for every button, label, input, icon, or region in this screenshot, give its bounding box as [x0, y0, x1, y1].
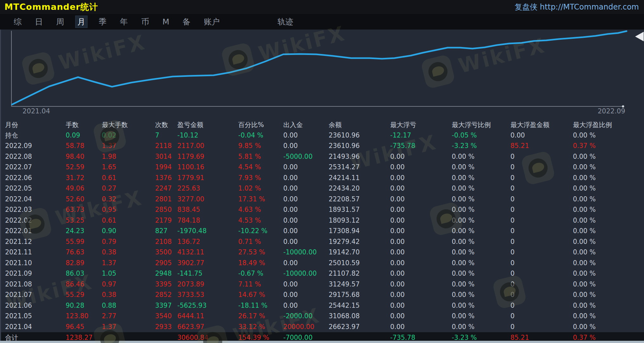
table-cell: 58.78 — [66, 142, 102, 150]
table-cell: 5.81 % — [238, 153, 283, 160]
table-row[interactable]: 2022.0549.060.272247225.631.02 %0.002243… — [1, 183, 644, 194]
table-cell: 3014 — [155, 153, 177, 160]
table-cell: 2021.06 — [5, 302, 66, 309]
table-cell: 2179 — [155, 217, 177, 224]
table-cell: 2118 — [155, 142, 177, 150]
tab-周[interactable]: 周 — [54, 16, 66, 28]
table-cell: 3277.00 — [177, 195, 238, 203]
table-cell: 4.63 % — [238, 206, 283, 213]
table-cell: 2021.05 — [5, 312, 66, 320]
total-row[interactable]: 合计1238.2730600.84154.39 %-7000.00-735.78… — [1, 332, 644, 341]
column-header-6: 百分比% — [238, 120, 283, 129]
tab-备[interactable]: 备 — [181, 16, 193, 28]
table-row[interactable]: 2021.1255.990.792108136.720.71 %0.001927… — [1, 236, 644, 247]
tab-日[interactable]: 日 — [33, 16, 45, 28]
table-cell: 1.05 — [102, 270, 155, 277]
table-cell: 0.00 — [390, 270, 452, 277]
title-bar: MTCommander统计 复盘侠 http://MTCommander.com — [0, 0, 644, 14]
table-row[interactable]: 2021.1176.630.3835004132.1127.53 %-10000… — [1, 247, 644, 258]
table-cell: 0.00 — [390, 217, 452, 224]
table-cell: 0.00 % — [573, 302, 644, 309]
table-cell: 2022.01 — [5, 227, 66, 235]
table-row[interactable]: 2022.0898.401.9830141179.695.81 %-5000.0… — [1, 151, 644, 162]
table-cell: -5625.93 — [177, 302, 238, 309]
tab-M[interactable]: M — [160, 16, 172, 27]
table-cell: 0.61 — [102, 174, 155, 182]
table-cell: 24214.11 — [329, 174, 390, 182]
table-cell: 1.37 — [102, 259, 155, 267]
table-cell: 0.00 % — [573, 291, 644, 299]
table-cell: -2000.00 — [283, 312, 329, 320]
table-cell: -0.67 % — [238, 270, 283, 277]
x-axis-label-end: 2022.09 — [598, 107, 625, 115]
table-cell: 0.00 % — [452, 185, 510, 192]
table-cell: -10000.00 — [283, 248, 329, 256]
table-cell: 86.46 — [66, 280, 102, 288]
table-cell: 0.00 — [283, 302, 329, 309]
tab-账户[interactable]: 账户 — [202, 16, 222, 28]
table-cell: 2022.05 — [5, 185, 66, 192]
table-cell: 2022.06 — [5, 174, 66, 182]
table-cell: 2247 — [155, 185, 177, 192]
table-cell: 0 — [510, 312, 573, 320]
table-cell: -7000.00 — [283, 334, 329, 341]
table-cell: 1100.16 — [177, 163, 238, 171]
table-cell: 0.00 % — [573, 206, 644, 213]
tab-年[interactable]: 年 — [118, 16, 130, 28]
table-row[interactable]: 持仓0.090.027-10.12-0.04 %0.0023610.96-12.… — [1, 130, 644, 141]
brand-link[interactable]: 复盘侠 http://MTCommander.com — [515, 2, 639, 12]
table-cell: 2022.04 — [5, 195, 66, 203]
table-cell: 0.00 — [390, 185, 452, 192]
table-row[interactable]: 2021.0496.451.3729336623.9733.12 %20000.… — [1, 321, 644, 332]
table-row[interactable]: 2022.0253.250.612179784.184.53 %0.001809… — [1, 215, 644, 226]
table-cell: 3733.53 — [177, 291, 238, 299]
table-cell: 24.23 — [66, 227, 102, 235]
table-cell: 14.67 % — [238, 291, 283, 299]
table-row[interactable]: 2022.0631.720.6113761779.917.93 %0.00242… — [1, 172, 644, 183]
table-row[interactable]: 2022.0752.591.6519941100.164.54 %0.00253… — [1, 162, 644, 173]
table-row[interactable]: 2021.0986.031.052948-141.75-0.67 %-10000… — [1, 268, 644, 279]
column-header-5: 盈亏金额 — [177, 120, 238, 129]
table-cell: -1970.48 — [177, 227, 238, 235]
table-row[interactable]: 2021.0755.290.3828523733.5314.67 %0.0029… — [1, 290, 644, 300]
table-cell: 225.63 — [177, 185, 238, 192]
table-cell: 0.00 % — [452, 174, 510, 182]
table-cell: 0 — [510, 217, 573, 224]
table-row[interactable]: 2021.05123.802.7735406444.1126.17 %-2000… — [1, 311, 644, 322]
table-cell: 2021.11 — [5, 248, 66, 256]
table-cell: 18093.12 — [329, 217, 390, 224]
table-cell: 98.40 — [66, 153, 102, 160]
table-cell: -10.22 % — [238, 227, 283, 235]
table-cell: 0.00 % — [573, 312, 644, 320]
table-cell: 2850 — [155, 206, 177, 213]
tab-轨迹[interactable]: 轨迹 — [275, 16, 296, 28]
tab-月[interactable]: 月 — [75, 16, 88, 28]
table-cell: -18.11 % — [238, 302, 283, 309]
table-cell: 0.88 — [102, 302, 155, 309]
table-row[interactable]: 2022.0363.730.952850838.454.63 %0.001893… — [1, 205, 644, 215]
table-cell: 0.00 — [390, 174, 452, 182]
column-header-4: 次数 — [155, 120, 177, 129]
table-cell: 0.00 — [283, 280, 329, 288]
tab-季[interactable]: 季 — [96, 16, 109, 28]
table-row[interactable]: 2022.0452.600.3228013277.0017.31 %0.0022… — [1, 194, 644, 205]
table-cell: 22208.57 — [329, 195, 390, 203]
table-cell: 0.02 — [102, 131, 155, 139]
table-row[interactable]: 2022.0124.230.90827-1970.48-10.22 %0.001… — [1, 226, 644, 237]
table-row[interactable]: 2021.1082.891.3729053902.7718.49 %0.0025… — [1, 258, 644, 268]
tab-综[interactable]: 综 — [11, 16, 24, 28]
equity-line — [12, 31, 627, 104]
column-header-1: 月份 — [5, 120, 66, 129]
table-cell: 0.00 — [283, 142, 329, 150]
table-cell: 0 — [510, 227, 573, 235]
horizontal-scrollbar[interactable] — [0, 341, 644, 343]
tab-币[interactable]: 币 — [139, 16, 151, 28]
table-cell: 19279.42 — [329, 238, 390, 245]
table-row[interactable]: 2021.0886.460.9733952073.897.11 %0.00312… — [1, 279, 644, 290]
table-cell: 76.63 — [66, 248, 102, 256]
table-cell: 26623.97 — [329, 323, 390, 331]
table-cell: 0.00 — [283, 163, 329, 171]
table-cell: 1.02 % — [238, 185, 283, 192]
table-row[interactable]: 2022.0958.781.3721182117.009.85 %0.00236… — [1, 141, 644, 151]
table-row[interactable]: 2021.0690.280.883397-5625.93-18.11 %0.00… — [1, 300, 644, 311]
